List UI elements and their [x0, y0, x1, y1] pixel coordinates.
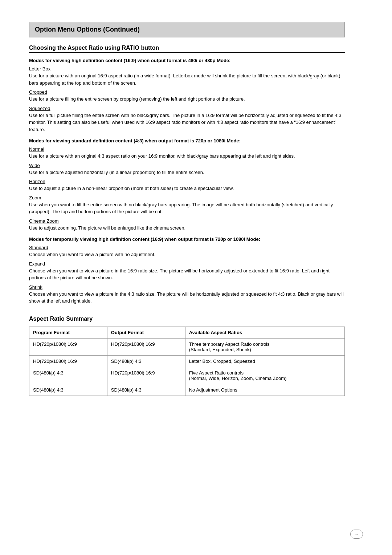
cell-ratios-1: Letter Box, Cropped, Squeezed	[185, 355, 344, 367]
subsection1-heading: Choosing the Aspect Ratio using RATIO bu…	[29, 45, 345, 53]
mode2-heading: Modes for viewing standard definition co…	[29, 138, 345, 143]
desc-squeezed: Use for a full picture filling the entir…	[29, 112, 345, 133]
table-row: HD(720p/1080i) 16:9SD(480i/p) 4:3Letter …	[29, 355, 345, 367]
cell-program-1: HD(720p/1080i) 16:9	[29, 355, 107, 367]
desc-wide: Use for a picture adjusted horizontally …	[29, 169, 345, 176]
desc-cinema-zoom: Use to adjust zooming. The picture will …	[29, 224, 345, 232]
desc-normal: Use for a picture with an original 4:3 a…	[29, 153, 345, 160]
term-horizon: Horizon	[29, 179, 345, 184]
table-header-ratios: Available Aspect Ratios	[185, 327, 344, 338]
term-cinema-zoom: Cinema Zoom	[29, 218, 345, 224]
table-header-output: Output Format	[107, 327, 185, 338]
term-cropped: Cropped	[29, 89, 345, 95]
desc-cropped: Use for a picture filling the entire scr…	[29, 96, 345, 103]
term-zoom: Zoom	[29, 195, 345, 200]
summary-heading: Aspect Ratio Summary	[29, 316, 345, 322]
ratio-table: Program Format Output Format Available A…	[29, 327, 345, 396]
desc-shrink: Choose when you want to view a picture i…	[29, 291, 345, 305]
desc-standard: Choose when you want to view a picture w…	[29, 251, 345, 258]
section-header: Option Menu Options (Continued)	[29, 22, 345, 37]
table-row: SD(480i/p) 4:3SD(480i/p) 4:3No Adjustmen…	[29, 384, 345, 396]
desc-zoom: Use when you want to fill the entire scr…	[29, 201, 345, 215]
term-wide: Wide	[29, 163, 345, 168]
cell-output-0: HD(720p/1080i) 16:9	[107, 338, 185, 355]
cell-program-3: SD(480i/p) 4:3	[29, 384, 107, 396]
table-row: SD(480i/p) 4:3HD(720p/1080i) 16:9Five As…	[29, 367, 345, 384]
term-standard: Standard	[29, 245, 345, 250]
table-header-program: Program Format	[29, 327, 107, 338]
term-shrink: Shrink	[29, 284, 345, 290]
term-squeezed: Squeezed	[29, 106, 345, 111]
cell-output-2: HD(720p/1080i) 16:9	[107, 367, 185, 384]
table-row: HD(720p/1080i) 16:9HD(720p/1080i) 16:9Th…	[29, 338, 345, 355]
term-letterbox: Letter Box	[29, 66, 345, 72]
term-expand: Expand	[29, 261, 345, 267]
cell-output-3: SD(480i/p) 4:3	[107, 384, 185, 396]
term-normal: Normal	[29, 146, 345, 152]
cell-program-2: SD(480i/p) 4:3	[29, 367, 107, 384]
mode3-heading: Modes for temporarily viewing high defin…	[29, 236, 345, 242]
cell-output-1: SD(480i/p) 4:3	[107, 355, 185, 367]
desc-letterbox: Use for a picture with an original 16:9 …	[29, 72, 345, 86]
cell-program-0: HD(720p/1080i) 16:9	[29, 338, 107, 355]
cell-ratios-2: Five Aspect Ratio controls(Normal, Wide,…	[185, 367, 344, 384]
cell-ratios-3: No Adjustment Options	[185, 384, 344, 396]
page-icon: ⌢	[350, 530, 363, 539]
mode1-heading: Modes for viewing high definition conten…	[29, 58, 345, 63]
cell-ratios-0: Three temporary Aspect Ratio controls(St…	[185, 338, 344, 355]
desc-horizon: Use to adjust a picture in a non-linear …	[29, 185, 345, 192]
desc-expand: Choose when you want to view a picture i…	[29, 267, 345, 281]
